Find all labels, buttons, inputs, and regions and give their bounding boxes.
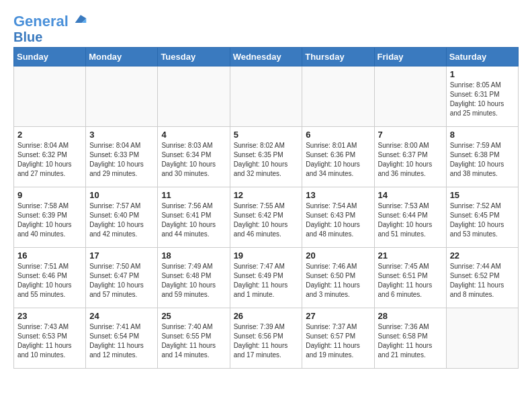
calendar-cell (374, 66, 446, 127)
day-info: Sunrise: 7:59 AM Sunset: 6:38 PM Dayligh… (450, 141, 515, 179)
day-info: Sunrise: 7:50 AM Sunset: 6:47 PM Dayligh… (89, 262, 154, 300)
calendar-week-5: 23Sunrise: 7:43 AM Sunset: 6:53 PM Dayli… (14, 308, 519, 369)
day-info: Sunrise: 7:47 AM Sunset: 6:49 PM Dayligh… (234, 262, 299, 300)
day-number: 25 (161, 311, 226, 321)
day-number: 9 (17, 190, 82, 200)
day-info: Sunrise: 7:55 AM Sunset: 6:42 PM Dayligh… (234, 201, 299, 239)
calendar-cell: 8Sunrise: 7:59 AM Sunset: 6:38 PM Daylig… (446, 127, 518, 187)
day-info: Sunrise: 8:00 AM Sunset: 6:37 PM Dayligh… (378, 141, 443, 179)
day-number: 19 (234, 250, 299, 261)
day-number: 8 (450, 130, 515, 140)
day-info: Sunrise: 8:03 AM Sunset: 6:34 PM Dayligh… (161, 141, 226, 179)
calendar-cell (86, 66, 158, 127)
calendar-cell: 19Sunrise: 7:47 AM Sunset: 6:49 PM Dayli… (230, 248, 302, 308)
calendar-cell: 9Sunrise: 7:58 AM Sunset: 6:39 PM Daylig… (14, 187, 86, 248)
day-number: 23 (17, 311, 82, 321)
day-info: Sunrise: 7:51 AM Sunset: 6:46 PM Dayligh… (17, 262, 82, 300)
calendar-cell (158, 66, 230, 127)
logo: General Blue (13, 13, 87, 44)
day-info: Sunrise: 7:41 AM Sunset: 6:54 PM Dayligh… (89, 322, 154, 360)
calendar-cell: 6Sunrise: 8:01 AM Sunset: 6:36 PM Daylig… (302, 127, 374, 187)
day-info: Sunrise: 7:40 AM Sunset: 6:55 PM Dayligh… (161, 322, 226, 360)
day-info: Sunrise: 7:58 AM Sunset: 6:39 PM Dayligh… (17, 201, 82, 239)
day-info: Sunrise: 7:56 AM Sunset: 6:41 PM Dayligh… (161, 201, 226, 239)
weekday-header-thursday: Thursday (302, 48, 374, 66)
logo-blue-text: Blue (13, 30, 87, 44)
calendar-week-1: 1Sunrise: 8:05 AM Sunset: 6:31 PM Daylig… (14, 66, 519, 127)
calendar-cell: 22Sunrise: 7:44 AM Sunset: 6:52 PM Dayli… (446, 248, 518, 308)
day-number: 18 (161, 250, 226, 261)
day-info: Sunrise: 7:45 AM Sunset: 6:51 PM Dayligh… (378, 262, 443, 300)
calendar-cell: 13Sunrise: 7:54 AM Sunset: 6:43 PM Dayli… (302, 187, 374, 248)
day-number: 5 (234, 130, 299, 140)
day-info: Sunrise: 8:05 AM Sunset: 6:31 PM Dayligh… (450, 81, 515, 118)
calendar-cell: 17Sunrise: 7:50 AM Sunset: 6:47 PM Dayli… (86, 248, 158, 308)
calendar-cell: 23Sunrise: 7:43 AM Sunset: 6:53 PM Dayli… (14, 308, 86, 369)
day-number: 26 (234, 311, 299, 321)
day-info: Sunrise: 7:43 AM Sunset: 6:53 PM Dayligh… (17, 322, 82, 360)
calendar-week-2: 2Sunrise: 8:04 AM Sunset: 6:32 PM Daylig… (14, 127, 519, 187)
day-number: 14 (378, 190, 443, 200)
calendar-cell: 16Sunrise: 7:51 AM Sunset: 6:46 PM Dayli… (14, 248, 86, 308)
day-number: 24 (89, 311, 154, 321)
calendar-cell: 15Sunrise: 7:52 AM Sunset: 6:45 PM Dayli… (446, 187, 518, 248)
calendar-cell: 18Sunrise: 7:49 AM Sunset: 6:48 PM Dayli… (158, 248, 230, 308)
day-number: 7 (378, 130, 443, 140)
day-number: 22 (450, 250, 515, 261)
day-number: 2 (17, 130, 82, 140)
day-info: Sunrise: 7:46 AM Sunset: 6:50 PM Dayligh… (306, 262, 370, 300)
day-number: 12 (234, 190, 299, 200)
day-info: Sunrise: 7:49 AM Sunset: 6:48 PM Dayligh… (161, 262, 226, 300)
day-info: Sunrise: 7:57 AM Sunset: 6:40 PM Dayligh… (89, 201, 154, 239)
day-info: Sunrise: 7:36 AM Sunset: 6:58 PM Dayligh… (378, 322, 443, 360)
calendar-cell: 11Sunrise: 7:56 AM Sunset: 6:41 PM Dayli… (158, 187, 230, 248)
day-info: Sunrise: 7:37 AM Sunset: 6:57 PM Dayligh… (306, 322, 370, 360)
calendar-cell: 27Sunrise: 7:37 AM Sunset: 6:57 PM Dayli… (302, 308, 374, 369)
calendar-week-3: 9Sunrise: 7:58 AM Sunset: 6:39 PM Daylig… (14, 187, 519, 248)
day-info: Sunrise: 7:53 AM Sunset: 6:44 PM Dayligh… (378, 201, 443, 239)
calendar-cell: 3Sunrise: 8:04 AM Sunset: 6:33 PM Daylig… (86, 127, 158, 187)
calendar-cell (446, 308, 518, 369)
calendar-cell: 28Sunrise: 7:36 AM Sunset: 6:58 PM Dayli… (374, 308, 446, 369)
calendar-cell (14, 66, 86, 127)
calendar-cell: 21Sunrise: 7:45 AM Sunset: 6:51 PM Dayli… (374, 248, 446, 308)
day-info: Sunrise: 7:39 AM Sunset: 6:56 PM Dayligh… (234, 322, 299, 360)
day-info: Sunrise: 8:04 AM Sunset: 6:32 PM Dayligh… (17, 141, 82, 179)
calendar-cell (302, 66, 374, 127)
calendar-cell: 25Sunrise: 7:40 AM Sunset: 6:55 PM Dayli… (158, 308, 230, 369)
day-number: 10 (89, 190, 154, 200)
weekday-header-monday: Monday (86, 48, 158, 66)
weekday-header-row: SundayMondayTuesdayWednesdayThursdayFrid… (14, 48, 519, 66)
day-number: 16 (17, 250, 82, 261)
day-number: 6 (306, 130, 370, 140)
day-number: 11 (161, 190, 226, 200)
calendar-cell: 12Sunrise: 7:55 AM Sunset: 6:42 PM Dayli… (230, 187, 302, 248)
calendar-cell: 7Sunrise: 8:00 AM Sunset: 6:37 PM Daylig… (374, 127, 446, 187)
weekday-header-friday: Friday (374, 48, 446, 66)
calendar-cell: 4Sunrise: 8:03 AM Sunset: 6:34 PM Daylig… (158, 127, 230, 187)
calendar-cell: 1Sunrise: 8:05 AM Sunset: 6:31 PM Daylig… (446, 66, 518, 127)
day-info: Sunrise: 8:02 AM Sunset: 6:35 PM Dayligh… (234, 141, 299, 179)
logo-text: General (13, 13, 87, 30)
weekday-header-sunday: Sunday (14, 48, 86, 66)
calendar-cell (230, 66, 302, 127)
calendar-cell: 5Sunrise: 8:02 AM Sunset: 6:35 PM Daylig… (230, 127, 302, 187)
day-info: Sunrise: 8:01 AM Sunset: 6:36 PM Dayligh… (306, 141, 370, 179)
calendar-cell: 14Sunrise: 7:53 AM Sunset: 6:44 PM Dayli… (374, 187, 446, 248)
day-info: Sunrise: 7:44 AM Sunset: 6:52 PM Dayligh… (450, 262, 515, 300)
day-number: 28 (378, 311, 443, 321)
day-number: 27 (306, 311, 370, 321)
calendar-table: SundayMondayTuesdayWednesdayThursdayFrid… (13, 47, 519, 369)
calendar-cell: 10Sunrise: 7:57 AM Sunset: 6:40 PM Dayli… (86, 187, 158, 248)
day-number: 21 (378, 250, 443, 261)
calendar-cell: 2Sunrise: 8:04 AM Sunset: 6:32 PM Daylig… (14, 127, 86, 187)
calendar-cell: 24Sunrise: 7:41 AM Sunset: 6:54 PM Dayli… (86, 308, 158, 369)
day-info: Sunrise: 7:52 AM Sunset: 6:45 PM Dayligh… (450, 201, 515, 239)
logo-icon (74, 13, 87, 26)
day-info: Sunrise: 8:04 AM Sunset: 6:33 PM Dayligh… (89, 141, 154, 179)
day-number: 1 (450, 69, 515, 79)
weekday-header-saturday: Saturday (446, 48, 518, 66)
day-number: 4 (161, 130, 226, 140)
weekday-header-tuesday: Tuesday (158, 48, 230, 66)
calendar-cell: 20Sunrise: 7:46 AM Sunset: 6:50 PM Dayli… (302, 248, 374, 308)
